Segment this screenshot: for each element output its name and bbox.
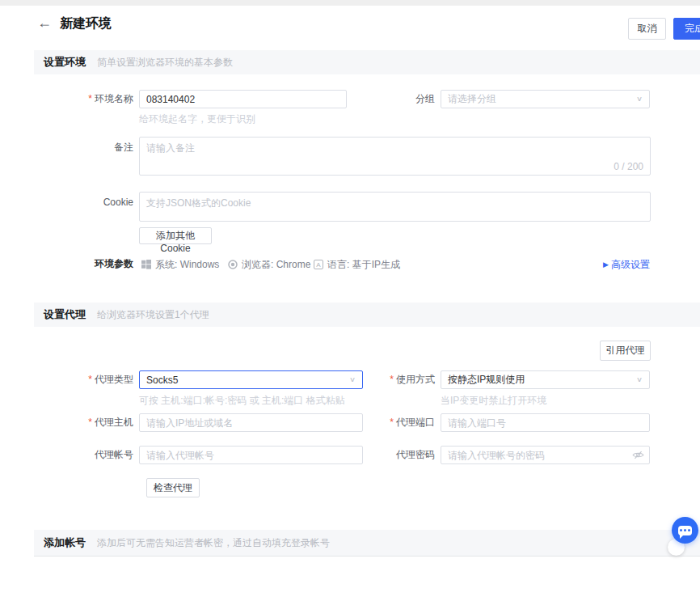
cookie-label: Cookie [32, 193, 133, 212]
required-mark: * [390, 374, 394, 385]
proxy-account-input[interactable] [139, 446, 363, 464]
group-select-placeholder: 请选择分组 [448, 92, 496, 106]
env-name-input[interactable] [139, 90, 347, 108]
caret-right-icon: ▶ [603, 260, 609, 269]
env-params-label: 环境参数 [32, 256, 133, 272]
section-account-title: 添加帐号 [44, 535, 86, 550]
windows-icon [141, 260, 151, 269]
chrome-icon [228, 260, 238, 269]
remark-textarea[interactable] [139, 137, 651, 176]
proxy-port-input[interactable] [441, 413, 650, 432]
proxy-host-label: *代理主机 [32, 413, 133, 432]
required-mark: * [88, 417, 92, 428]
proxy-password-input[interactable] [441, 446, 650, 464]
usage-help: 当IP变更时禁止打开环境 [441, 394, 546, 408]
section-proxy-title: 设置代理 [44, 307, 86, 322]
param-browser-text: 浏览器: Chrome [242, 258, 310, 272]
section-proxy-header: 设置代理 给浏览器环境设置1个代理 [34, 303, 700, 327]
add-cookie-button[interactable]: 添加其他Cookie [139, 227, 212, 244]
usage-value: 按静态IP规则使用 [448, 373, 525, 387]
param-system-text: 系统: Windows [155, 258, 219, 272]
remark-field-wrap: 0 / 200 [139, 137, 651, 176]
advanced-settings-text: 高级设置 [611, 258, 650, 272]
customer-service-chat-button[interactable] [672, 517, 698, 544]
required-mark: * [88, 93, 92, 104]
proxy-type-help: 可按 主机:端口:帐号:密码 或 主机:端口 格式粘贴 [139, 394, 345, 408]
proxy-type-select[interactable]: Socks5 ∨ [139, 370, 363, 389]
cookie-textarea[interactable] [139, 192, 651, 222]
eye-off-icon[interactable] [632, 449, 644, 461]
section-env-title: 设置环境 [44, 55, 86, 70]
section-account-subtitle: 添加后可无需告知运营者帐密，通过自动填充登录帐号 [97, 536, 330, 550]
top-strip [0, 0, 700, 6]
chevron-down-icon: ∨ [636, 95, 643, 103]
chat-bubble-icon [678, 526, 692, 535]
env-name-help: 给环境起名字，更便于识别 [139, 112, 255, 126]
section-proxy-subtitle: 给浏览器环境设置1个代理 [97, 308, 209, 322]
back-icon[interactable]: ← [37, 15, 52, 32]
usage-select[interactable]: 按静态IP规则使用 ∨ [441, 370, 650, 389]
param-browser: 浏览器: Chrome [228, 258, 310, 271]
group-label: 分组 [356, 90, 435, 108]
section-env-subtitle: 简单设置浏览器环境的基本参数 [97, 56, 233, 70]
proxy-password-label: 代理密码 [356, 446, 435, 464]
cookie-field-wrap [139, 192, 651, 222]
required-mark: * [390, 417, 394, 428]
chevron-down-icon: ∨ [349, 375, 356, 383]
param-system: 系统: Windows [141, 258, 219, 271]
remark-label: 备注 [32, 138, 133, 157]
remark-counter: 0 / 200 [614, 161, 643, 172]
param-language: A 语言: 基于IP生成 [314, 258, 400, 271]
cancel-button[interactable]: 取消 [628, 18, 666, 40]
page-title: 新建环境 [60, 15, 112, 32]
proxy-account-label: 代理帐号 [32, 446, 133, 464]
chevron-down-icon: ∨ [636, 375, 643, 383]
new-environment-page: ← 新建环境 取消 完成 设置环境 简单设置浏览器环境的基本参数 *环境名称 分… [0, 0, 700, 601]
proxy-type-label: *代理类型 [32, 370, 133, 389]
advanced-settings-link[interactable]: ▶ 高级设置 [603, 258, 650, 271]
proxy-host-input[interactable] [139, 413, 363, 432]
section-env-header: 设置环境 简单设置浏览器环境的基本参数 [34, 50, 700, 74]
quote-proxy-button[interactable]: 引用代理 [600, 341, 651, 361]
env-name-label: *环境名称 [32, 90, 133, 108]
required-mark: * [88, 374, 92, 385]
group-select[interactable]: 请选择分组 ∨ [441, 90, 650, 108]
section-account-header: 添加帐号 添加后可无需告知运营者帐密，通过自动填充登录帐号 [34, 530, 700, 557]
done-button[interactable]: 完成 [673, 18, 700, 40]
proxy-port-label: *代理端口 [356, 413, 435, 432]
language-icon: A [314, 260, 323, 269]
check-proxy-button[interactable]: 检查代理 [146, 478, 200, 497]
usage-label: *使用方式 [356, 370, 435, 389]
param-language-text: 语言: 基于IP生成 [327, 258, 400, 272]
proxy-type-value: Socks5 [146, 375, 178, 386]
